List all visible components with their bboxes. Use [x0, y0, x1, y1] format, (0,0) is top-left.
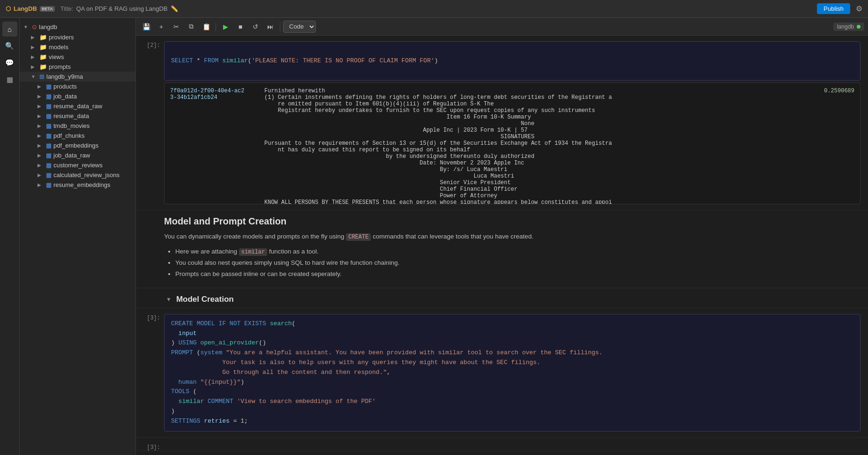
- model-prompt-para: You can dynamically create models and pr…: [164, 231, 859, 242]
- sidebar-item-resume-data-raw[interactable]: ▶ ▦ resume_data_raw: [20, 101, 135, 111]
- cell-3-output-gutter: [3]:: [136, 438, 164, 451]
- cell-2-output: 7f0a012d-2f00-40e4-ac2 3-34b12af1cb24 Fu…: [164, 82, 861, 204]
- cell-md-model-prompt: Model and Prompt Creation You can dynami…: [136, 210, 868, 288]
- stop-button[interactable]: ■: [234, 21, 247, 33]
- settings-icon[interactable]: ⚙: [856, 4, 862, 13]
- app-logo: ⬡ LangDB BETA: [6, 5, 55, 12]
- run-button[interactable]: ▶: [219, 21, 232, 33]
- beta-badge: BETA: [40, 6, 55, 12]
- cell-model-creation-header: ▼ Model Creation: [136, 288, 868, 308]
- model-prompt-heading: Model and Prompt Creation: [164, 216, 859, 227]
- chevron-langdb-y9ma: ▼: [31, 74, 37, 79]
- bullet-3: Prompts can be passed inline or can be c…: [175, 269, 859, 280]
- sidebar-item-job-data-raw[interactable]: ▶ ▦ job_data_raw: [20, 150, 135, 160]
- sidebar-icon-search[interactable]: 🔍: [2, 38, 17, 53]
- sidebar-icon-table[interactable]: ▦: [2, 72, 17, 87]
- sidebar-item-products[interactable]: ▶ ▦ products: [20, 82, 135, 91]
- sidebar-item-resume-data[interactable]: ▶ ▦ resume_data: [20, 111, 135, 121]
- sidebar-item-job-data[interactable]: ▶ ▦ job_data: [20, 91, 135, 101]
- create-code-inline: CREATE: [346, 233, 371, 241]
- sidebar-item-providers[interactable]: ▶ 📁 providers: [20, 32, 135, 42]
- model-creation-gutter: [136, 288, 164, 308]
- sidebar-item-pdf-chunks[interactable]: ▶ ▦ pdf_chunks: [20, 131, 135, 141]
- cut-button[interactable]: ✂: [170, 21, 183, 33]
- md-model-prompt-body: Model and Prompt Creation You can dynami…: [164, 210, 868, 287]
- label-langdb-y9ma: langdb_y9ma: [46, 73, 132, 80]
- icon-calculated-review-jsons: ▦: [46, 172, 52, 179]
- sidebar-icon-chat[interactable]: 💬: [2, 55, 17, 70]
- label-tmdb-movies: tmdb_movies: [53, 122, 132, 129]
- logo-icon: ⬡: [6, 5, 11, 12]
- cell-2-label: [2]:: [147, 42, 160, 49]
- paste-button[interactable]: 📋: [200, 21, 213, 33]
- sidebar-item-calculated-review-jsons[interactable]: ▶ ▦ calculated_review_jsons: [20, 170, 135, 180]
- cell-3-output-label: [3]:: [147, 444, 160, 451]
- label-job-data-raw: job_data_raw: [53, 152, 132, 159]
- icon-views: 📁: [39, 53, 47, 60]
- topbar-right: Publish ⚙: [817, 3, 862, 14]
- icon-pdf-chunks: ▦: [46, 132, 52, 139]
- chevron-job-data-raw: ▶: [37, 153, 44, 158]
- cell-2-input[interactable]: SELECT * FROM similar('PLEASE NOTE: THER…: [164, 41, 861, 81]
- sidebar-item-tmdb-movies[interactable]: ▶ ▦ tmdb_movies: [20, 121, 135, 131]
- chevron-providers: ▶: [31, 35, 37, 40]
- model-execution-header-body: Model execution: [164, 451, 868, 455]
- sidebar-item-pdf-embeddings[interactable]: ▶ ▦ pdf_embeddings: [20, 141, 135, 150]
- label-job-data: job_data: [53, 93, 132, 100]
- chevron-resume-embeddings: ▶: [37, 182, 44, 187]
- cell-model-execution-header: Model execution: [136, 451, 868, 455]
- chevron-views: ▶: [31, 54, 37, 60]
- chevron-tmdb-movies: ▶: [37, 123, 44, 128]
- bullet-2: You could also nest queries simply using…: [175, 257, 859, 269]
- sidebar-item-resume-embeddings[interactable]: ▶ ▦ resume_embeddings: [20, 180, 135, 190]
- cell-3-label: [3]:: [147, 315, 160, 321]
- model-creation-heading: Model Creation: [176, 295, 234, 304]
- label-views: views: [49, 53, 132, 60]
- save-button[interactable]: 💾: [140, 21, 153, 33]
- nav-header-langdb[interactable]: ▼ ⊙ langdb: [20, 22, 135, 32]
- icon-customer-reviews: ▦: [46, 162, 52, 169]
- model-execution-gutter: [136, 451, 164, 455]
- edit-icon[interactable]: ✏️: [171, 5, 178, 12]
- cell-3: [3]: CREATE MODEL IF NOT EXISTS search( …: [136, 308, 868, 438]
- sidebar-item-langdb-y9ma[interactable]: ▼ ⊞ langdb_y9ma: [20, 72, 135, 82]
- title-text: QA on PDF & RAG using LangDB: [76, 5, 167, 12]
- chevron-resume-data: ▶: [37, 113, 44, 119]
- icon-prompts: 📁: [39, 63, 47, 70]
- model-prompt-bullets: Here we are attaching similar function a…: [164, 246, 859, 280]
- add-cell-button[interactable]: +: [155, 21, 168, 33]
- chevron-calculated-review-jsons: ▶: [37, 172, 44, 178]
- refresh-button[interactable]: ↺: [249, 21, 262, 33]
- sidebar-item-views[interactable]: ▶ 📁 views: [20, 52, 135, 62]
- sidebar-icon-home[interactable]: ⌂: [2, 22, 17, 37]
- cell-3-output-body: [164, 438, 868, 451]
- cell-type-select[interactable]: Code: [283, 21, 316, 33]
- chevron-job-data: ▶: [37, 94, 44, 99]
- chevron-customer-reviews: ▶: [37, 163, 44, 168]
- notebook-toolbar: 💾 + ✂ ⧉ 📋 ▶ ■ ↺ ⏭ Code langdb: [136, 18, 868, 36]
- cell-2-output-score: 0.2590689: [818, 82, 861, 204]
- sidebar-item-customer-reviews[interactable]: ▶ ▦ customer_reviews: [20, 160, 135, 170]
- cell-3-input[interactable]: CREATE MODEL IF NOT EXISTS search( input…: [164, 314, 861, 432]
- toolbar-divider-1: [216, 22, 216, 31]
- sidebar-item-models[interactable]: ▶ 📁 models: [20, 42, 135, 52]
- publish-button[interactable]: Publish: [817, 3, 850, 14]
- cell-2-output-id: 7f0a012d-2f00-40e4-ac2 3-34b12af1cb24: [164, 82, 258, 204]
- cell-3-body: CREATE MODEL IF NOT EXISTS search( input…: [164, 308, 868, 437]
- langdb-label: langdb: [837, 23, 854, 30]
- copy-button[interactable]: ⧉: [185, 21, 198, 33]
- label-calculated-review-jsons: calculated_review_jsons: [53, 172, 132, 179]
- cell-3-output-row: [3]:: [136, 438, 868, 451]
- nav-sidebar: ▼ ⊙ langdb ▶ 📁 providers ▶ 📁 models ▶ 📁 …: [20, 18, 136, 455]
- icon-models: 📁: [39, 44, 47, 51]
- skip-button[interactable]: ⏭: [264, 21, 277, 33]
- topbar: ⬡ LangDB BETA Title: QA on PDF & RAG usi…: [0, 0, 868, 18]
- main-layout: ⌂ 🔍 💬 ▦ ▼ ⊙ langdb ▶ 📁 providers ▶ 📁 mod…: [0, 18, 868, 455]
- collapse-model-creation-button[interactable]: ▼: [164, 295, 173, 304]
- icon-resume-data: ▦: [46, 112, 52, 119]
- icon-job-data: ▦: [46, 93, 52, 100]
- chevron-pdf-embeddings: ▶: [37, 143, 44, 148]
- label-resume-embeddings: resume_embeddings: [53, 181, 132, 188]
- icon-job-data-raw: ▦: [46, 152, 52, 159]
- sidebar-item-prompts[interactable]: ▶ 📁 prompts: [20, 62, 135, 72]
